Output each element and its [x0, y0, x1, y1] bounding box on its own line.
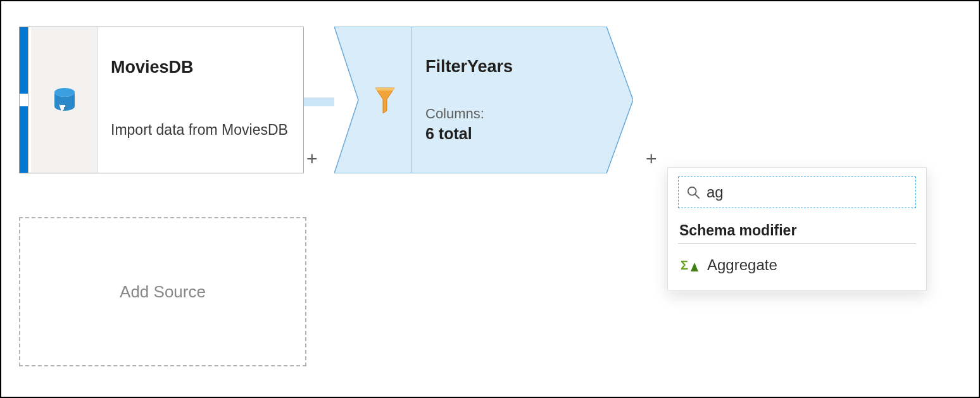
connector-source-to-filter	[304, 97, 334, 106]
picker-item-label: Aggregate	[707, 256, 777, 274]
svg-marker-7	[691, 263, 698, 271]
source-title: MoviesDB	[111, 58, 291, 77]
filter-icon-col	[358, 27, 411, 173]
dataflow-canvas[interactable]: MoviesDB Import data from MoviesDB + Fil…	[1, 1, 979, 397]
svg-point-0	[54, 88, 75, 97]
filter-body: FilterYears Columns: 6 total	[411, 27, 608, 173]
source-subtitle: Import data from MoviesDB	[111, 121, 291, 139]
source-body: MoviesDB Import data from MoviesDB	[98, 27, 303, 173]
database-icon	[53, 87, 76, 113]
filter-title: FilterYears	[425, 57, 603, 77]
transformation-search-input[interactable]: ag	[678, 177, 916, 208]
svg-text:Σ: Σ	[681, 258, 688, 272]
filter-node-filteryears[interactable]: FilterYears Columns: 6 total	[334, 27, 633, 173]
svg-marker-2	[375, 88, 394, 113]
svg-line-5	[695, 194, 699, 198]
picker-divider	[678, 243, 916, 244]
search-icon	[686, 185, 700, 199]
filter-columns-label: Columns:	[425, 106, 603, 122]
add-source-placeholder[interactable]: Add Source	[19, 217, 306, 366]
filter-icon	[374, 87, 396, 113]
source-icon-col	[31, 27, 98, 173]
source-node-moviesdb[interactable]: MoviesDB Import data from MoviesDB	[19, 27, 304, 173]
picker-item-aggregate[interactable]: Σ Aggregate	[678, 250, 916, 280]
filter-columns-value: 6 total	[425, 125, 603, 143]
search-input-value: ag	[707, 183, 724, 201]
add-transformation-after-source-button[interactable]: +	[306, 148, 318, 170]
add-source-label: Add Source	[120, 282, 206, 302]
svg-marker-3	[375, 88, 394, 90]
selection-stripe	[20, 27, 28, 173]
picker-section-header: Schema modifier	[679, 222, 915, 239]
aggregate-icon: Σ	[681, 258, 698, 273]
transformation-picker: ag Schema modifier Σ Aggregate	[667, 167, 927, 291]
add-transformation-after-filter-button[interactable]: +	[646, 148, 657, 170]
